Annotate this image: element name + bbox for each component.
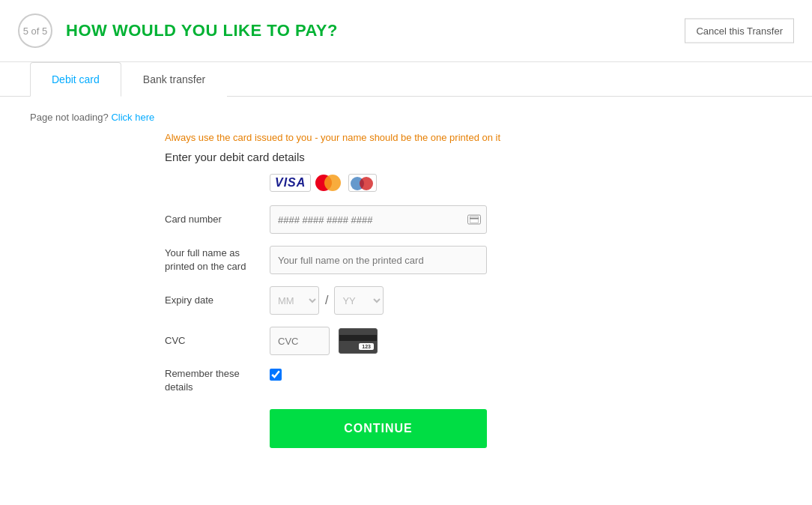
expiry-month-select[interactable]: MM 01020304 05060708 09101112 [270, 286, 319, 315]
cardholder-name-input[interactable] [270, 246, 487, 274]
cvc-input-group: 123 [270, 327, 378, 355]
expiry-year-select[interactable]: YY 24252627 28293031 [334, 286, 384, 315]
page-title: HOW WOULD YOU LIKE TO PAY? [66, 21, 338, 40]
cancel-transfer-link[interactable]: Cancel this Transfer [685, 19, 794, 43]
continue-button[interactable]: CONTINUE [270, 409, 487, 448]
card-logos: VISA [270, 174, 782, 192]
page-header: 5 of 5 HOW WOULD YOU LIKE TO PAY? Cancel… [0, 0, 812, 62]
step-badge: 5 of 5 [18, 13, 52, 48]
expiry-date-row: Expiry date MM 01020304 05060708 0910111… [165, 286, 782, 315]
card-number-row: Card number [165, 205, 782, 234]
card-icon [467, 215, 481, 225]
expiry-selects: MM 01020304 05060708 09101112 / YY 24252… [270, 286, 384, 315]
cvc-row: CVC 123 [165, 327, 782, 355]
tab-bank-transfer[interactable]: Bank transfer [121, 62, 227, 97]
warning-text: Always use the card issued to you - your… [165, 132, 782, 143]
remember-label: Remember these details [165, 367, 270, 394]
tab-debit-card[interactable]: Debit card [30, 62, 121, 97]
remember-checkbox[interactable] [270, 369, 282, 381]
svg-rect-0 [470, 217, 479, 223]
page-not-loading-text: Page not loading? Click here [30, 112, 782, 123]
section-title: Enter your debit card details [165, 151, 782, 163]
card-number-label: Card number [165, 213, 270, 226]
main-content: Page not loading? Click here Always use … [0, 97, 812, 463]
card-number-input-wrapper [270, 205, 487, 234]
debit-card-form: Card number Your full name as printed on… [165, 205, 782, 448]
cvc-label: CVC [165, 334, 270, 348]
mastercard-logo [315, 174, 344, 192]
payment-tabs: Debit card Bank transfer [0, 62, 812, 97]
cardholder-name-label: Your full name as printed on the card [165, 247, 270, 273]
cvc-code-area: 123 [359, 343, 374, 350]
cardholder-name-row: Your full name as printed on the card [165, 246, 782, 274]
remember-details-row: Remember these details [165, 367, 782, 394]
expiry-label: Expiry date [165, 294, 270, 307]
expiry-separator: / [325, 294, 328, 307]
cvc-magnetic-strip [339, 335, 377, 341]
cvc-hint: 123 [339, 328, 378, 354]
svg-rect-1 [470, 218, 479, 220]
visa-logo: VISA [270, 174, 311, 192]
maestro-logo [348, 174, 377, 192]
card-number-input[interactable] [270, 205, 487, 234]
cvc-card-visual: 123 [339, 328, 378, 354]
cvc-input[interactable] [270, 327, 330, 355]
click-here-link[interactable]: Click here [111, 112, 154, 123]
